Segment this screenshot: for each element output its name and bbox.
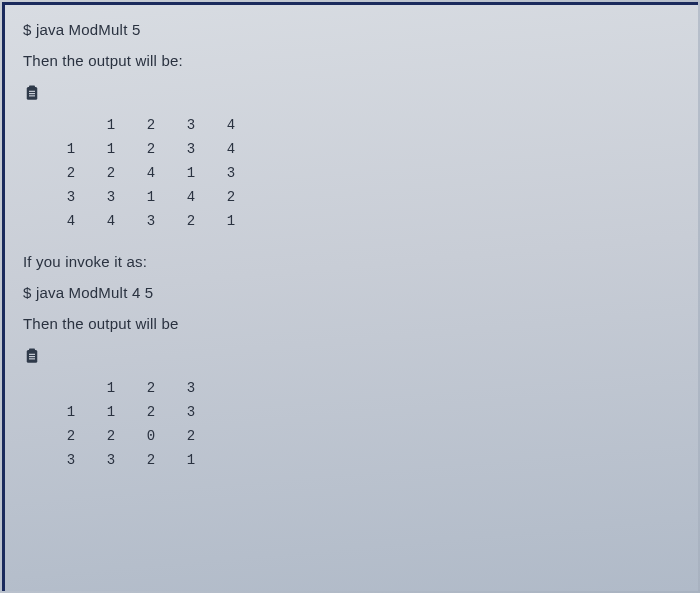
cell	[51, 376, 91, 400]
cell: 3	[91, 448, 131, 472]
cell: 3	[171, 376, 211, 400]
cell: 3	[171, 137, 211, 161]
table-row: 4 4 3 2 1	[51, 209, 251, 233]
output-intro-1: Then the output will be:	[23, 52, 682, 69]
cell: 3	[51, 448, 91, 472]
cell: 1	[51, 137, 91, 161]
cell: 1	[131, 185, 171, 209]
mult-table-2: 1 2 3 1 1 2 3 2 2 0 2 3 3 2 1	[51, 376, 211, 472]
cell: 2	[91, 161, 131, 185]
svg-rect-9	[29, 358, 35, 359]
cell: 2	[131, 400, 171, 424]
svg-rect-4	[29, 95, 35, 96]
svg-rect-8	[29, 356, 35, 357]
table-row: 3 3 2 1	[51, 448, 211, 472]
mult-table-1: 1 2 3 4 1 1 2 3 4 2 2 4 1 3 3 3 1 4 2 4	[51, 113, 251, 233]
clipboard-icon	[23, 346, 41, 366]
cell: 4	[211, 137, 251, 161]
table-row: 2 2 0 2	[51, 424, 211, 448]
cell: 1	[51, 400, 91, 424]
cell: 0	[131, 424, 171, 448]
cell: 2	[171, 209, 211, 233]
svg-rect-2	[29, 91, 35, 92]
cell: 2	[51, 161, 91, 185]
cell: 2	[91, 424, 131, 448]
cell: 4	[211, 113, 251, 137]
svg-rect-6	[29, 349, 35, 352]
cell: 1	[91, 376, 131, 400]
cell: 3	[171, 113, 211, 137]
cell: 3	[211, 161, 251, 185]
table-row: 1 1 2 3	[51, 400, 211, 424]
cell: 2	[131, 113, 171, 137]
cell: 4	[171, 185, 211, 209]
cell: 1	[91, 400, 131, 424]
table-row: 2 2 4 1 3	[51, 161, 251, 185]
cell: 1	[91, 137, 131, 161]
cell: 2	[131, 376, 171, 400]
svg-rect-7	[29, 354, 35, 355]
invoke-intro-2: If you invoke it as:	[23, 253, 682, 270]
cell: 2	[211, 185, 251, 209]
cell: 2	[131, 448, 171, 472]
cell: 3	[131, 209, 171, 233]
cell: 4	[51, 209, 91, 233]
cell: 3	[171, 400, 211, 424]
cell: 4	[91, 209, 131, 233]
table-row: 3 3 1 4 2	[51, 185, 251, 209]
cell: 2	[51, 424, 91, 448]
table-row: 1 2 3	[51, 376, 211, 400]
cell	[51, 113, 91, 137]
output-intro-2: Then the output will be	[23, 315, 682, 332]
cell: 1	[211, 209, 251, 233]
command-line-2: $ java ModMult 4 5	[23, 284, 682, 301]
clipboard-icon	[23, 83, 41, 103]
cell: 2	[131, 137, 171, 161]
table-row: 1 2 3 4	[51, 113, 251, 137]
cell: 3	[51, 185, 91, 209]
svg-rect-3	[29, 93, 35, 94]
cell: 1	[171, 161, 211, 185]
document-frame: $ java ModMult 5 Then the output will be…	[2, 2, 698, 591]
svg-rect-1	[29, 86, 35, 89]
cell: 2	[171, 424, 211, 448]
cell: 1	[171, 448, 211, 472]
cell: 3	[91, 185, 131, 209]
cell: 1	[91, 113, 131, 137]
cell: 4	[131, 161, 171, 185]
table-row: 1 1 2 3 4	[51, 137, 251, 161]
command-line-1: $ java ModMult 5	[23, 21, 682, 38]
